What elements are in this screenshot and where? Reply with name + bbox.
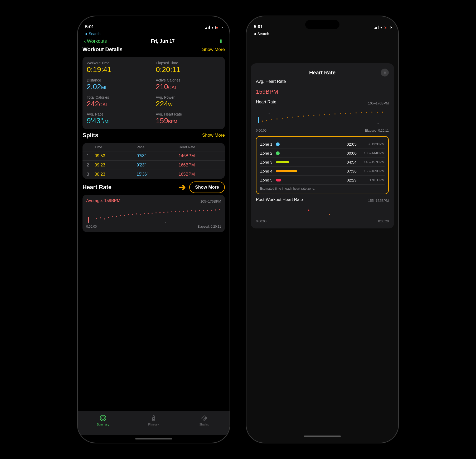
svg-point-21 (179, 211, 180, 212)
hr-chart-svg-2 (256, 107, 389, 128)
post-chart (256, 204, 389, 219)
splits-pace-3: 15'36'' (137, 172, 178, 177)
workout-details-card: Workout Time 0:19:41 Elapsed Time 0:20:1… (82, 57, 225, 129)
tab-sharing[interactable]: Sharing (179, 414, 230, 426)
post-timestamps: 0:00:00 0:00:20 (256, 219, 389, 223)
post-start: 0:00:00 (256, 219, 266, 223)
svg-point-48 (271, 119, 272, 120)
metric-avg-pace: Avg. Pace 9'43"/MI (87, 112, 152, 125)
zone-row-5: Zone 5 02:29 170+BPM (260, 176, 385, 185)
splits-table-header: Time Pace Heart Rate (82, 143, 225, 151)
svg-point-57 (319, 114, 320, 116)
chart-range: 105–176BPM (368, 101, 389, 105)
svg-point-36 (165, 222, 166, 223)
status-icons-2: ▾ (374, 25, 391, 30)
search-back-2[interactable]: ◄ Search (253, 32, 269, 36)
svg-point-11 (140, 214, 141, 215)
workout-metrics-grid: Workout Time 0:19:41 Elapsed Time 0:20:1… (87, 61, 221, 125)
avg-hr-value: 159BPM (256, 85, 389, 96)
workout-details-title: Workout Details (82, 46, 123, 52)
workout-details-header: Workout Details Show More (82, 46, 225, 52)
close-button[interactable]: ✕ (381, 69, 389, 77)
hr-range: 105–176BPM (200, 199, 221, 203)
svg-point-56 (313, 115, 314, 116)
splits-num-3: 3 (87, 172, 95, 177)
svg-point-22 (183, 211, 184, 212)
zone-1-time: 02:05 (345, 142, 358, 146)
phone-1-screen: 5:01 ▾ ◄ Search ‹ Workouts (78, 16, 230, 443)
zone-4-time: 07:36 (345, 169, 358, 173)
svg-point-27 (203, 210, 204, 211)
metric-workout-time: Workout Time 0:19:41 (87, 61, 152, 74)
zone-4-bar (276, 170, 297, 172)
metric-label-1: Elapsed Time (156, 61, 221, 65)
zone-row-3: Zone 3 04:54 145–157BPM (260, 158, 385, 167)
post-title: Post-Workout Heart Rate (256, 197, 303, 202)
svg-point-25 (195, 211, 196, 212)
hr-chart-top: Average: 159BPM 105–176BPM (86, 198, 221, 204)
metric-value-6: 9'43"/MI (87, 117, 152, 125)
zone-1-bar-wrap (276, 142, 345, 146)
hr-show-more-btn[interactable]: Show More (189, 181, 225, 193)
zone-5-dot (276, 179, 281, 181)
svg-point-59 (329, 114, 330, 115)
home-bar-1 (135, 438, 172, 439)
splits-num-1: 1 (87, 154, 95, 158)
svg-point-30 (215, 209, 216, 211)
zone-4-range: 158–169BPM (358, 169, 385, 173)
svg-point-19 (171, 211, 172, 212)
tab-fitness[interactable]: Fitness+ (128, 414, 179, 426)
svg-point-2 (104, 218, 105, 219)
metric-label-6: Avg. Pace (87, 112, 152, 116)
zone-label-4: Zone 4 (260, 169, 276, 173)
hr-chart-area (86, 205, 221, 224)
workout-details-show-more[interactable]: Show More (202, 47, 225, 52)
svg-point-50 (282, 118, 283, 119)
metric-total-calories: Total Calories 242CAL (87, 95, 152, 108)
svg-point-68 (377, 112, 378, 113)
dynamic-island-1 (137, 20, 171, 29)
svg-point-52 (292, 117, 293, 118)
splits-col-0 (87, 145, 95, 149)
phone-2-screen: 5:01 ▾ ◄ Search He (246, 16, 398, 443)
summary-icon (99, 414, 107, 422)
svg-point-63 (350, 113, 351, 114)
svg-point-75 (329, 214, 330, 215)
back-workouts-btn[interactable]: ‹ Workouts (84, 39, 107, 44)
splits-hr-1: 146BPM (179, 154, 221, 158)
svg-point-0 (96, 218, 97, 219)
svg-point-74 (308, 210, 309, 211)
zone-3-time: 04:54 (345, 160, 358, 164)
orange-arrow-icon: ➜ (178, 182, 186, 193)
splits-table: Time Pace Heart Rate 1 09:53 9'53'' 146B… (82, 143, 225, 179)
splits-title: Splits (82, 132, 98, 139)
svg-point-26 (199, 210, 200, 211)
svg-point-51 (287, 117, 288, 118)
zone-2-range: 133–144BPM (358, 151, 385, 155)
zone-3-bar-wrap (276, 161, 345, 163)
metric-label-0: Workout Time (87, 61, 152, 65)
splits-col-time: Time (95, 145, 137, 149)
splits-show-more[interactable]: Show More (202, 133, 225, 138)
splits-col-pace: Pace (137, 145, 178, 149)
hr-timestamps: 0:00:00 Elapsed: 0:20:11 (86, 225, 221, 228)
svg-point-55 (308, 115, 309, 116)
zone-note: Estimated time in each heart rate zone. (260, 187, 385, 190)
metric-label-7: Avg. Heart Rate (156, 112, 221, 116)
tab-summary[interactable]: Summary (78, 414, 128, 426)
battery-icon-1 (215, 26, 222, 29)
metric-label-5: Avg. Power (156, 95, 221, 99)
svg-point-18 (167, 212, 168, 213)
svg-point-3 (108, 217, 109, 218)
svg-point-62 (345, 113, 346, 114)
hr-header-right: ➜ Show More (178, 181, 225, 193)
zone-2-bar-wrap (276, 151, 345, 155)
search-back-1[interactable]: ◄ Search (84, 32, 100, 36)
share-icon[interactable]: ⬆ (219, 38, 223, 44)
svg-point-66 (366, 112, 367, 113)
metric-avg-power: Avg. Power 224W (156, 95, 221, 108)
svg-rect-70 (258, 117, 259, 123)
post-chart-svg (256, 204, 389, 219)
svg-point-45 (204, 418, 205, 419)
hr-modal-panel: Heart Rate ✕ Avg. Heart Rate 159BPM Hear… (251, 63, 394, 228)
